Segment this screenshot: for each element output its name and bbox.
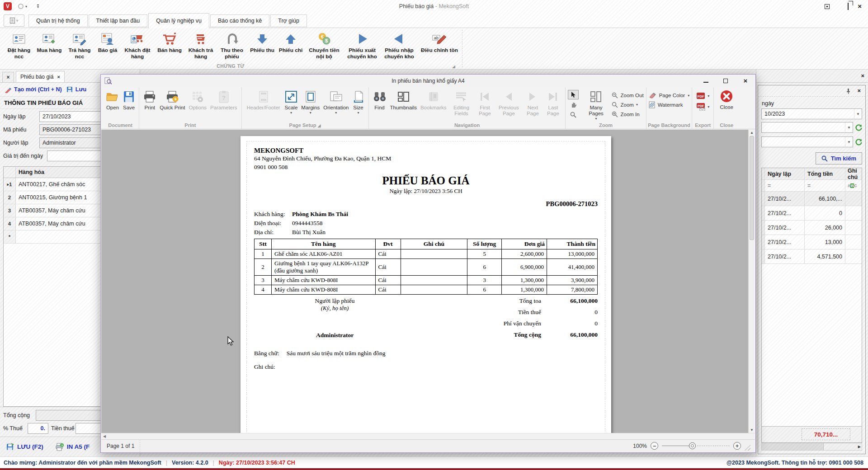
filter-combo-2[interactable]: ▼ [761,136,853,147]
cell-total[interactable]: 0 [805,206,845,220]
filter-combo-1[interactable]: ▼ [761,122,853,133]
next-page-button[interactable]: Next Page [522,89,543,118]
tabstrip-close-button[interactable]: × [861,73,864,79]
save-button[interactable]: Save [121,89,137,112]
orientation-button[interactable]: Orientation ▾ [321,89,350,117]
tab-quan-tri-he-thong[interactable]: Quản trị hệ thống [28,14,88,27]
tab-close-icon[interactable]: × [57,74,60,80]
chevron-down-icon[interactable]: ▼ [845,137,853,147]
vertical-scrollbar[interactable]: ▲ ▼ [748,130,755,433]
group-launcher-icon[interactable]: ◢ [318,123,321,128]
zoom-slider-knob[interactable] [689,442,696,449]
ribbon-item-khach-dat-hang[interactable]: Khách đặt hàng [121,30,154,60]
zoom-in-button[interactable]: Zoom In [612,110,643,118]
close-preview-button[interactable]: Close [716,89,737,111]
watermark-button[interactable]: Watermark [649,101,690,108]
resize-grip[interactable] [745,445,750,451]
restore-button[interactable] [848,3,849,9]
results-grid-row[interactable]: 27/10/2... 13,000 [762,235,862,249]
thumbnails-button[interactable]: Thumbnails [388,89,419,112]
date-filter-combo[interactable]: 10/2023 ▼ [761,108,862,119]
ribbon-item-phieu-xuat-chuyen-kho[interactable]: Phiếu xuất chuyển kho [344,30,381,60]
cell-total[interactable]: 13,000 [805,235,845,249]
new-button[interactable]: Tạo mới (Ctrl + N) [5,86,62,93]
ribbon-item-thu-theo-phieu[interactable]: Thu theo phiếu [216,30,248,60]
header-footer-button[interactable]: Header/Footer [244,89,283,112]
print-a5-button[interactable]: ? IN A5 (F [55,443,90,451]
results-grid-row[interactable]: 27/10/2... 26,000 [762,221,862,235]
cell-total[interactable]: 4,571,500 [805,249,845,263]
cell-date[interactable]: 27/10/2... [765,192,805,206]
open-button[interactable]: Open [104,89,121,112]
dock-panel-close-button[interactable]: × [857,88,861,94]
dialog-minimize-button[interactable] [696,75,716,87]
ribbon-item-tra-hang-ncc[interactable]: Trả hàng ncc [65,30,94,60]
ribbon-item-phieu-nhap-chuyen-kho[interactable]: Phiếu nhập chuyển kho [381,30,418,60]
many-pages-button[interactable]: Many Pages ▾ [580,89,612,122]
dialog-close-button[interactable]: × [736,75,755,87]
tab-tro-giup[interactable]: Trợ giúp [270,14,307,27]
tab-thiet-lap-ban-dau[interactable]: Thiết lập ban đầu [89,14,148,27]
quick-access-toolbar[interactable]: ▾ ▾ [18,4,39,9]
zoom-plus-button[interactable]: + [733,442,741,450]
equals-filter-icon[interactable]: = [768,183,771,189]
cell-date[interactable]: 27/10/2... [765,249,805,263]
cell-note[interactable] [845,221,862,235]
app-menu-button[interactable]: ▿ [4,14,24,27]
editing-fields-button[interactable]: Editing Fields [448,89,474,118]
scroll-left-icon[interactable]: ◀ [103,434,106,438]
dialog-maximize-button[interactable] [716,75,736,87]
scroll-up-icon[interactable]: ▲ [749,131,755,135]
column-header-ngay-lap[interactable]: Ngày lập [765,168,805,179]
cell-note[interactable] [845,192,862,206]
cell-note[interactable] [845,249,862,263]
save-link[interactable]: Lưu [66,86,86,93]
results-grid-row[interactable]: 27/10/2... 4,571,500 [762,249,862,264]
margins-button[interactable]: Margins ▾ [299,89,321,117]
scale-button[interactable]: Scale ▾ [283,89,300,117]
column-header-ghi-chu[interactable]: Ghi chú [845,168,862,179]
chevron-down-icon[interactable]: ▼ [854,109,862,119]
ribbon-item-mua-hang[interactable]: Mua hàng [33,30,65,54]
ribbon-item-bao-gia[interactable]: Báo giá [94,30,121,54]
cell-note[interactable] [845,206,862,220]
preview-horizontal-scrollbar[interactable]: ◀ [101,433,755,439]
first-page-button[interactable]: First Page [474,89,495,118]
search-button[interactable]: Tìm kiếm [816,152,862,164]
fullscreen-button[interactable] [825,4,830,9]
preview-canvas[interactable]: MEKONGSOFT 64 Nguyễn Đình Chiểu, Phường … [101,130,755,433]
ribbon-item-phieu-thu[interactable]: Phiếu thu [248,30,277,54]
export-pdf-button[interactable]: PDF ▾ [696,92,709,100]
previous-page-button[interactable]: Previous Page [495,89,522,118]
tax-pct-input[interactable]: 0. [28,423,48,434]
magnifier-tool-button[interactable] [568,110,579,119]
chevron-down-icon[interactable]: ▾ [708,94,709,98]
scroll-down-icon[interactable]: ▼ [749,428,755,432]
cell-total[interactable]: 66,100,... [805,192,845,206]
quick-print-button[interactable]: Quick Print [158,89,187,112]
ribbon-item-khach-tra-hang[interactable]: Khách trả hàng [185,30,216,60]
zoom-out-button[interactable]: Zoom Out [612,91,643,99]
column-header-tong-tien[interactable]: Tổng tiền [805,168,845,179]
tab-quan-ly-nghiep-vu[interactable]: Quản lý nghiệp vụ [148,13,209,28]
chevron-down-icon[interactable]: ▾ [708,105,709,109]
scrollbar-thumb[interactable] [750,136,754,240]
pointer-tool-button[interactable] [568,90,579,99]
customize-toolbar-icon[interactable]: ▾ [37,5,39,9]
ribbon-item-chuyen-tien-noi-bo[interactable]: €$ Chuyển tiền nội bộ [305,30,344,60]
tab-phieu-bao-gia[interactable]: Phiếu báo giá × [16,71,65,82]
cell-date[interactable]: 27/10/2... [765,221,805,235]
print-button[interactable]: Print [142,89,158,112]
hand-tool-button[interactable] [568,100,579,109]
text-filter-icon[interactable]: ABC [848,183,857,188]
last-page-button[interactable]: Last Page [543,89,563,118]
horizontal-scrollbar[interactable]: ▶ [761,443,862,451]
ribbon-item-dat-hang-ncc[interactable]: Đặt hàng ncc [5,30,33,60]
cell-date[interactable]: 27/10/2... [765,235,805,249]
cell-date[interactable]: 27/10/2... [765,206,805,220]
close-all-tabs-button[interactable]: × [2,72,14,82]
find-button[interactable]: Find [371,89,388,112]
scrollbar-thumb[interactable] [762,443,824,450]
filter-row[interactable]: = = ABC [762,180,862,192]
send-pdf-button[interactable]: PDF ▾ [696,103,709,111]
